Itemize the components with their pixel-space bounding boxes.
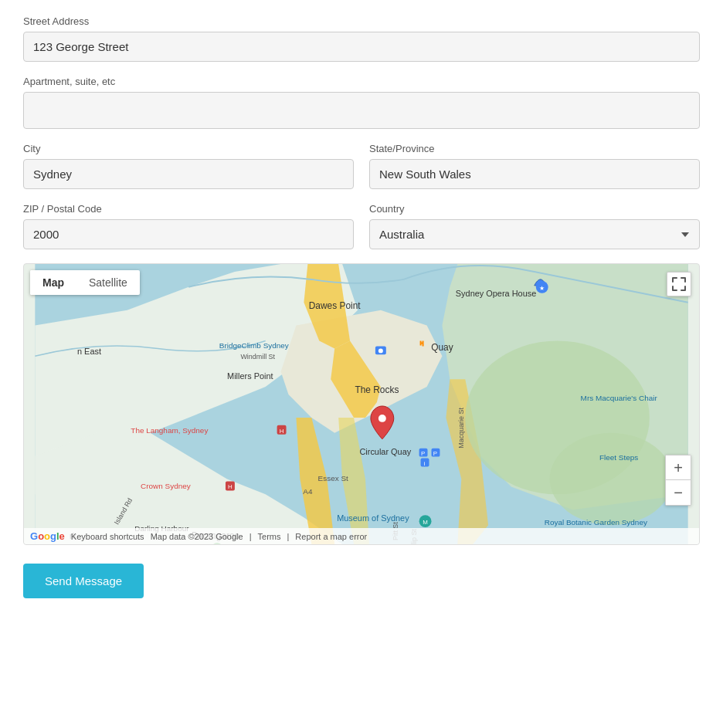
svg-text:Circular Quay: Circular Quay (359, 447, 411, 456)
svg-text:The Rocks: The Rocks (355, 384, 399, 395)
map-zoom-controls: + − (665, 455, 691, 506)
map-footer: Google Keyboard shortcuts Map data ©2023… (24, 528, 699, 544)
street-address-input[interactable] (23, 32, 700, 62)
svg-text:Crown Sydney: Crown Sydney (141, 482, 191, 490)
map-footer-divider: | (249, 532, 252, 541)
svg-text:A4: A4 (303, 487, 313, 496)
apartment-input[interactable] (23, 92, 700, 129)
svg-text:Museum of Sydney: Museum of Sydney (337, 513, 409, 523)
svg-text:n East: n East (77, 347, 101, 356)
map-tab-controls: Map Satellite (30, 270, 140, 295)
svg-text:P: P (433, 450, 437, 457)
svg-text:H: H (280, 428, 284, 435)
map-tab-satellite[interactable]: Satellite (76, 270, 140, 295)
map-footer-divider2: | (287, 532, 289, 541)
map-fullscreen-button[interactable] (667, 272, 691, 296)
map-zoom-in-button[interactable]: + (666, 455, 691, 480)
zip-input[interactable] (23, 219, 354, 249)
svg-text:Quay: Quay (431, 342, 453, 353)
map-tab-map[interactable]: Map (30, 270, 76, 295)
svg-text:Royal Botanic Garden Sydney: Royal Botanic Garden Sydney (545, 518, 647, 527)
state-group: State/Province (369, 143, 700, 189)
svg-text:i: i (424, 460, 426, 467)
country-select-wrapper: Australia New Zealand United States Unit… (369, 219, 700, 249)
zip-group: ZIP / Postal Code (23, 203, 354, 249)
city-label: City (23, 143, 354, 154)
send-message-button[interactable]: Send Message (23, 564, 144, 598)
svg-point-11 (550, 433, 673, 525)
svg-text:★: ★ (539, 285, 545, 292)
country-label: Country (369, 203, 700, 215)
zip-label: ZIP / Postal Code (23, 203, 354, 215)
apartment-group: Apartment, suite, etc (23, 76, 700, 129)
svg-point-35 (378, 415, 386, 422)
svg-text:Essex St: Essex St (318, 474, 348, 483)
map-zoom-out-button[interactable]: − (666, 480, 691, 505)
svg-text:P: P (421, 450, 425, 457)
svg-text:Windmill St: Windmill St (240, 353, 275, 361)
svg-text:Macquarie St: Macquarie St (457, 408, 465, 449)
google-logo: Google (30, 530, 65, 542)
country-group: Country Australia New Zealand United Sta… (369, 203, 700, 249)
terms-link[interactable]: Terms (258, 532, 281, 541)
svg-text:Mrs Macquarie's Chair: Mrs Macquarie's Chair (581, 394, 658, 402)
zip-country-row: ZIP / Postal Code Country Australia New … (23, 203, 700, 263)
city-group: City (23, 143, 354, 189)
city-input[interactable] (23, 159, 354, 189)
svg-text:Fleet Steps: Fleet Steps (599, 453, 638, 462)
svg-point-37 (378, 348, 383, 353)
apartment-label: Apartment, suite, etc (23, 76, 700, 87)
report-link[interactable]: Report a map error (295, 532, 367, 541)
country-select[interactable]: Australia New Zealand United States Unit… (369, 219, 700, 249)
svg-text:H: H (228, 483, 233, 490)
street-address-group: Street Address (23, 15, 700, 62)
svg-text:Dawes Point: Dawes Point (309, 300, 362, 311)
map-svg: Dawes Point Sydney Opera House BridgeCli… (24, 264, 699, 544)
svg-text:Millers Point: Millers Point (227, 371, 273, 381)
street-address-label: Street Address (23, 15, 700, 27)
state-label: State/Province (369, 143, 700, 154)
svg-text:M: M (423, 519, 428, 526)
keyboard-shortcuts-link[interactable]: Keyboard shortcuts (71, 532, 144, 541)
city-state-row: City State/Province (23, 143, 700, 203)
state-input[interactable] (369, 159, 700, 189)
svg-text:The Langham, Sydney: The Langham, Sydney (131, 426, 208, 435)
map-data-text: Map data ©2023 Google (151, 532, 243, 541)
svg-text:BridgeClimb Sydney: BridgeClimb Sydney (219, 341, 289, 350)
svg-text:Sydney Opera House: Sydney Opera House (456, 289, 536, 298)
map-container: Dawes Point Sydney Opera House BridgeCli… (23, 263, 700, 545)
